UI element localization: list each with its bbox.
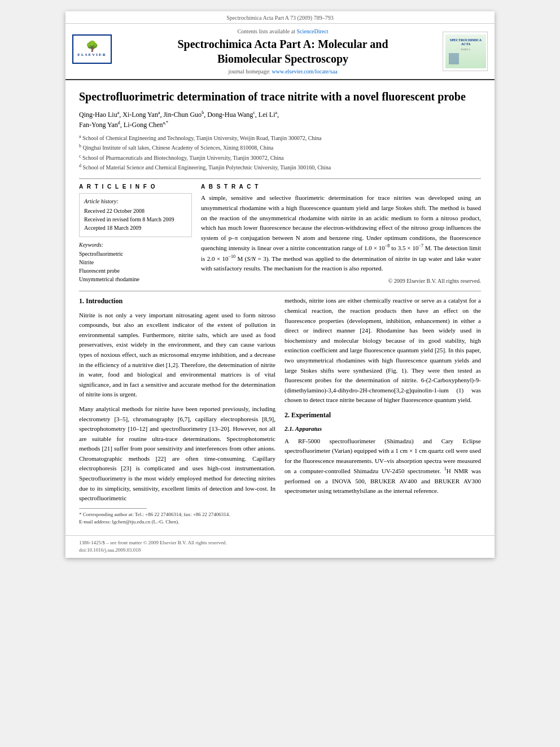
elsevier-logo-box: 🌳 ELSEVIER xyxy=(72,34,112,64)
abstract-label: A B S T R A C T xyxy=(201,184,481,190)
divider-1 xyxy=(79,178,481,179)
affiliations: a School of Chemical Engineering and Tec… xyxy=(79,133,481,172)
journal-logo-right: SPECTROCHIMICAACTA PART A xyxy=(443,32,488,71)
abstract-text: A simple, sensitive and selective fluori… xyxy=(201,193,481,273)
body-columns: 1. Introduction Nitrite is not only a ve… xyxy=(79,296,481,526)
contents-available-text: Contents lists available at ScienceDirec… xyxy=(129,28,437,34)
journal-header: 🌳 ELSEVIER Contents lists available at S… xyxy=(65,24,495,80)
section2-1-heading: 2.1. Apparatus xyxy=(285,424,481,434)
article-info-label: A R T I C L E I N F O xyxy=(79,184,192,190)
history-label: Article history: xyxy=(84,198,187,204)
keyword-4: Unsymmetrical rhodamine xyxy=(79,275,192,283)
journal-logo-subtitle: PART A xyxy=(461,48,471,51)
journal-info-center: Contents lists available at ScienceDirec… xyxy=(129,28,437,75)
affiliation-b: b Qinghai Institute of salt lakes, Chine… xyxy=(79,143,481,152)
logo-decoration xyxy=(449,53,483,64)
journal-title: Spectrochimica Acta Part A: Molecular an… xyxy=(129,37,437,66)
page-header: Spectrochimica Acta Part A 73 (2009) 789… xyxy=(65,11,495,24)
doi-line: doi:10.1016/j.saa.2009.03.018 xyxy=(79,547,481,554)
body-col-right: methods, nitrite ions are either chemica… xyxy=(285,296,481,526)
footnote-divider xyxy=(79,508,147,509)
keywords-section: Keywords: Spectrofluorimetric Nitrite Fl… xyxy=(79,242,192,283)
keywords-label: Keywords: xyxy=(79,242,192,248)
page: Spectrochimica Acta Part A 73 (2009) 789… xyxy=(65,11,495,558)
journal-issue: Spectrochimica Acta Part A 73 (2009) 789… xyxy=(226,15,333,21)
affiliation-c: c School of Pharmaceuticals and Biotechn… xyxy=(79,153,481,162)
keyword-3: Fluorescent probe xyxy=(79,267,192,275)
body-para-2: Many analytical methods for nitrite have… xyxy=(79,404,275,504)
section2-heading: 2. Experimental xyxy=(285,410,481,421)
keyword-1: Spectrofluorimetric xyxy=(79,250,192,258)
bottom-bar: 1386-1425/$ – see front matter © 2009 El… xyxy=(65,535,495,558)
journal-homepage: journal homepage: www.elsevier.com/locat… xyxy=(129,68,437,75)
elsevier-logo-area: 🌳 ELSEVIER xyxy=(72,34,123,68)
revised-date: Received in revised form 8 March 2009 xyxy=(84,215,187,224)
divider-2 xyxy=(79,291,481,291)
footnote-corresponding: * Corresponding author at: Tel.: +86 22 … xyxy=(79,511,275,519)
received-date: Received 22 October 2008 xyxy=(84,207,187,215)
journal-logo-title: SPECTROCHIMICAACTA xyxy=(450,38,482,46)
elsevier-brand-text: ELSEVIER xyxy=(77,53,106,57)
accepted-date: Accepted 18 March 2009 xyxy=(84,224,187,232)
sciencedirect-link[interactable]: ScienceDirect xyxy=(296,28,328,34)
body-col-left: 1. Introduction Nitrite is not only a ve… xyxy=(79,296,275,526)
affiliation-d: d School of Material Science and Chemica… xyxy=(79,163,481,172)
keyword-2: Nitrite xyxy=(79,258,192,267)
article-info-column: A R T I C L E I N F O Article history: R… xyxy=(79,184,192,284)
body-para-4: A RF-5000 spectrofluorimeter (Shimadzu) … xyxy=(285,436,481,496)
footnote-email: E-mail address: lgchen@tju.edu.cn (L.-G.… xyxy=(79,518,275,526)
journal-homepage-link[interactable]: www.elsevier.com/locate/saa xyxy=(272,68,338,75)
abstract-column: A B S T R A C T A simple, sensitive and … xyxy=(201,184,481,284)
article-history-box: Article history: Received 22 October 200… xyxy=(79,193,192,237)
info-abstract-section: A R T I C L E I N F O Article history: R… xyxy=(79,184,481,284)
body-para-1: Nitrite is not only a very important nit… xyxy=(79,311,275,400)
issn-line: 1386-1425/$ – see front matter © 2009 El… xyxy=(79,539,481,547)
article-content: Spectrofluorimetric determination of tra… xyxy=(65,80,495,535)
article-title: Spectrofluorimetric determination of tra… xyxy=(79,89,481,104)
journal-logo-box: SPECTROCHIMICAACTA PART A xyxy=(445,34,486,68)
copyright-line: © 2009 Elsevier B.V. All rights reserved… xyxy=(201,278,481,284)
section1-heading: 1. Introduction xyxy=(79,296,275,307)
elsevier-logo: 🌳 ELSEVIER xyxy=(72,34,120,68)
body-para-3: methods, nitrite ions are either chemica… xyxy=(285,296,481,405)
elsevier-tree-icon: 🌳 xyxy=(86,41,98,51)
authors-line: Qing-Hao Liua, Xi-Long Yana, Jin-Chun Gu… xyxy=(79,110,481,130)
affiliation-a: a School of Chemical Engineering and Tec… xyxy=(79,133,481,142)
